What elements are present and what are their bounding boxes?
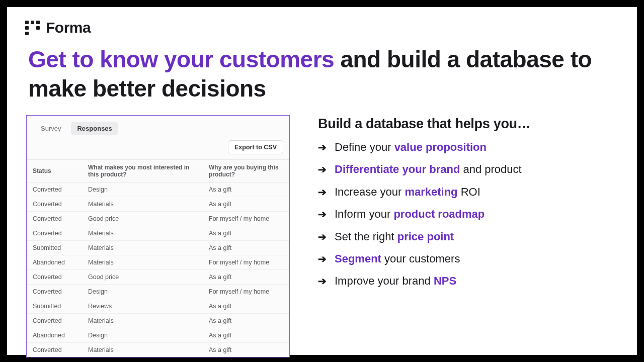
benefit-text: Segment your customers — [335, 252, 460, 265]
cell-q2: As a gift — [203, 226, 289, 241]
table-row: ConvertedGood priceFor myself / my home — [27, 212, 289, 226]
cell-q1: Good price — [82, 270, 203, 285]
brand-mark-icon — [25, 21, 40, 35]
cell-q1: Materials — [82, 314, 203, 328]
table-row: AbandonedMaterialsFor myself / my home — [27, 255, 289, 270]
responses-table: Status What makes you most interested in… — [27, 159, 289, 357]
table-row: ConvertedMaterialsAs a gift — [27, 343, 289, 357]
brand-logo: Forma — [25, 19, 619, 36]
benefit-item: ➔Inform your product roadmap — [318, 208, 618, 221]
benefit-text: Inform your product roadmap — [335, 208, 485, 221]
cell-q2: For myself / my home — [203, 212, 289, 226]
cell-status: Converted — [27, 226, 82, 241]
cell-status: Converted — [27, 183, 82, 197]
cell-status: Converted — [27, 314, 82, 328]
cell-q2: As a gift — [203, 328, 289, 343]
benefit-text: Differentiate your brand and product — [335, 163, 522, 176]
cell-status: Converted — [27, 270, 82, 285]
benefit-text: Improve your brand NPS — [335, 275, 456, 288]
cell-q2: As a gift — [203, 299, 289, 314]
benefit-item: ➔Improve your brand NPS — [318, 275, 618, 288]
cell-q2: As a gift — [203, 241, 289, 255]
arrow-icon: ➔ — [318, 208, 327, 220]
cell-q1: Design — [82, 285, 203, 299]
cell-status: Converted — [27, 343, 82, 357]
table-row: SubmittedReviewsAs a gift — [27, 299, 289, 314]
arrow-icon: ➔ — [318, 275, 327, 287]
page-headline: Get to know your customers and build a d… — [28, 45, 616, 103]
col-header-q1: What makes you most interested in this p… — [82, 160, 203, 183]
cell-q1: Reviews — [82, 299, 203, 314]
cell-status: Submitted — [27, 241, 82, 255]
tab-responses[interactable]: Responses — [71, 122, 118, 135]
cell-q1: Materials — [82, 226, 203, 241]
table-row: SubmittedMaterialsAs a gift — [27, 241, 289, 255]
benefit-item: ➔Set the right price point — [318, 230, 618, 243]
cell-q2: For myself / my home — [203, 255, 289, 270]
responses-tbody: ConvertedDesignAs a giftConvertedMateria… — [27, 183, 289, 357]
arrow-icon: ➔ — [318, 163, 327, 175]
table-row: AbandonedDesignAs a gift — [27, 328, 289, 343]
panel-tabs: Survey Responses — [27, 122, 289, 140]
benefits-section: Build a database that helps you… ➔Define… — [318, 115, 618, 297]
cell-status: Submitted — [27, 299, 82, 314]
table-row: ConvertedDesignFor myself / my home — [27, 285, 289, 299]
table-row: ConvertedMaterialsAs a gift — [27, 197, 289, 212]
headline-accent: Get to know your customers — [28, 46, 334, 72]
col-header-status: Status — [27, 160, 82, 183]
benefit-item: ➔Define your value proposition — [318, 141, 618, 154]
cell-status: Abandoned — [27, 328, 82, 343]
col-header-q2: Why are you buying this product? — [203, 160, 289, 183]
slide: Forma Get to know your customers and bui… — [7, 7, 637, 355]
cell-status: Abandoned — [27, 255, 82, 270]
tab-survey[interactable]: Survey — [35, 122, 67, 135]
cell-q1: Materials — [82, 255, 203, 270]
benefits-heading: Build a database that helps you… — [318, 116, 618, 132]
cell-q1: Materials — [82, 343, 203, 357]
benefit-text: Set the right price point — [335, 230, 454, 243]
responses-panel: Survey Responses Export to CSV Status Wh… — [26, 115, 290, 357]
arrow-icon: ➔ — [318, 186, 327, 198]
benefit-item: ➔Increase your marketing ROI — [318, 186, 618, 199]
cell-q2: As a gift — [203, 197, 289, 212]
cell-status: Converted — [27, 285, 82, 299]
cell-q2: As a gift — [203, 343, 289, 357]
cell-status: Converted — [27, 212, 82, 226]
arrow-icon: ➔ — [318, 253, 327, 265]
benefits-list: ➔Define your value proposition➔Different… — [318, 141, 618, 288]
cell-q1: Design — [82, 183, 203, 197]
cell-q1: Good price — [82, 212, 203, 226]
cell-q2: As a gift — [203, 314, 289, 328]
benefit-item: ➔Differentiate your brand and product — [318, 163, 618, 176]
table-row: ConvertedMaterialsAs a gift — [27, 314, 289, 328]
cell-q2: As a gift — [203, 183, 289, 197]
arrow-icon: ➔ — [318, 141, 327, 153]
cell-q1: Design — [82, 328, 203, 343]
cell-q1: Materials — [82, 197, 203, 212]
cell-q1: Materials — [82, 241, 203, 255]
benefit-item: ➔Segment your customers — [318, 252, 618, 265]
table-row: ConvertedGood priceAs a gift — [27, 270, 289, 285]
benefit-text: Define your value proposition — [335, 141, 487, 154]
brand-name: Forma — [46, 19, 91, 36]
export-csv-button[interactable]: Export to CSV — [228, 140, 283, 154]
arrow-icon: ➔ — [318, 231, 327, 243]
table-row: ConvertedDesignAs a gift — [27, 183, 289, 197]
cell-q2: For myself / my home — [203, 285, 289, 299]
cell-status: Converted — [27, 197, 82, 212]
table-row: ConvertedMaterialsAs a gift — [27, 226, 289, 241]
cell-q2: As a gift — [203, 270, 289, 285]
benefit-text: Increase your marketing ROI — [335, 186, 480, 199]
